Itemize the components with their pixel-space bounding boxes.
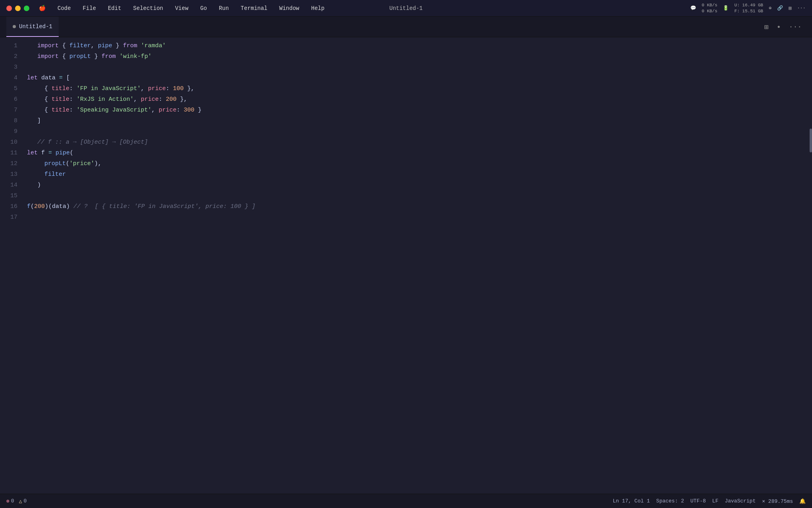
encoding[interactable]: UTF-8	[690, 498, 706, 504]
menu-file[interactable]: File	[80, 4, 99, 12]
editor: 1234567891011121314151617 import { filte…	[0, 37, 812, 494]
indentation[interactable]: Spaces: 2	[656, 498, 684, 504]
menu-terminal[interactable]: Terminal	[238, 4, 270, 12]
network-status: 0 KB/s 0 KB/s	[702, 2, 718, 14]
error-icon: ⊗	[6, 498, 10, 504]
controls-icon: ▤	[789, 5, 791, 11]
menu-edit[interactable]: Edit	[105, 4, 124, 12]
tab-dot	[13, 25, 16, 28]
more-actions-button[interactable]: ···	[787, 21, 804, 33]
bell-icon[interactable]: 🔔	[799, 498, 806, 504]
line-number: 3	[0, 62, 17, 73]
line-number: 9	[0, 126, 17, 137]
line-number: 17	[0, 212, 17, 223]
code-line: propLt('price'),	[27, 158, 812, 169]
tab-actions: ⊞ ● ···	[762, 21, 812, 33]
cursor-position[interactable]: Ln 17, Col 1	[613, 498, 650, 504]
line-number: 7	[0, 105, 17, 115]
minimize-button[interactable]	[15, 6, 21, 11]
code-line: // f :: a → [Object] → [Object]	[27, 137, 812, 148]
scrollbar-thumb[interactable]	[810, 129, 812, 152]
code-content: import { filter, pipe } from 'ramda'	[37, 40, 166, 51]
code-line	[27, 126, 812, 137]
code-line: { title: 'Speaking JavaScript', price: 3…	[27, 105, 812, 115]
menubar-right: 💬 0 KB/s 0 KB/s 🔋 U: 16.49 GB F: 15.51 G…	[690, 2, 806, 14]
statusbar-right: Ln 17, Col 1 Spaces: 2 UTF-8 LF JavaScri…	[613, 498, 806, 504]
code-content: { title: 'FP in JavaScript', price: 100 …	[37, 83, 194, 94]
menu-code[interactable]: Code	[55, 4, 73, 12]
code-line: )	[27, 180, 812, 190]
menu-apple[interactable]: 🍎	[36, 4, 48, 12]
language-mode[interactable]: JavaScript	[725, 498, 756, 504]
line-number: 10	[0, 137, 17, 148]
code-line	[27, 212, 812, 223]
line-number: 8	[0, 115, 17, 126]
code-line	[27, 62, 812, 73]
window-title: Untitled-1	[389, 5, 423, 12]
menu-view[interactable]: View	[172, 4, 191, 12]
code-line: filter	[27, 169, 812, 180]
menu-run[interactable]: Run	[216, 4, 231, 12]
code-content: { title: 'Speaking JavaScript', price: 3…	[37, 105, 201, 115]
line-number: 5	[0, 83, 17, 94]
menu-selection[interactable]: Selection	[131, 4, 166, 12]
line-number: 4	[0, 73, 17, 83]
eol[interactable]: LF	[712, 498, 718, 504]
tabbar: Untitled-1 ⊞ ● ···	[0, 17, 812, 37]
wechat-icon: 💬	[690, 5, 696, 11]
more-icon: ···	[797, 6, 806, 11]
timing: ⨯ 289.75ms	[762, 498, 793, 504]
statusbar-left: ⊗ 0 △ 0	[6, 498, 27, 504]
code-content: let data = [	[27, 73, 70, 83]
code-content: )	[37, 180, 41, 190]
line-number: 14	[0, 180, 17, 190]
traffic-lights	[6, 6, 29, 11]
breadcrumb-dot: ●	[775, 23, 782, 31]
code-content: // f :: a → [Object] → [Object]	[37, 137, 148, 148]
maximize-button[interactable]	[24, 6, 29, 11]
close-button[interactable]	[6, 6, 12, 11]
code-content: { title: 'RxJS in Action', price: 200 },	[37, 94, 187, 105]
share-icon: ⊕	[769, 5, 772, 11]
scrollbar-track[interactable]	[810, 37, 812, 494]
code-content: ]	[37, 115, 41, 126]
code-content: import { propLt } from 'wink-fp'	[37, 51, 151, 62]
code-area[interactable]: import { filter, pipe } from 'ramda'impo…	[24, 37, 812, 494]
code-content: let f = pipe(	[27, 148, 73, 158]
code-line: let data = [	[27, 73, 812, 83]
code-line: import { filter, pipe } from 'ramda'	[27, 40, 812, 51]
line-number: 11	[0, 148, 17, 158]
warning-icon: △	[19, 498, 22, 504]
line-number: 2	[0, 51, 17, 62]
menubar: 🍎 Code File Edit Selection View Go Run T…	[0, 0, 812, 17]
menu-go[interactable]: Go	[198, 4, 209, 12]
code-line: f(200)(data) // ? [ { title: 'FP in Java…	[27, 201, 812, 212]
code-content: f(200)(data) // ? [ { title: 'FP in Java…	[27, 201, 255, 212]
warning-number: 0	[23, 498, 27, 504]
code-line: let f = pipe(	[27, 148, 812, 158]
line-number: 15	[0, 190, 17, 201]
line-numbers: 1234567891011121314151617	[0, 37, 24, 494]
code-line: ]	[27, 115, 812, 126]
menu-help[interactable]: Help	[309, 4, 327, 12]
statusbar: ⊗ 0 △ 0 Ln 17, Col 1 Spaces: 2 UTF-8 LF …	[0, 494, 812, 508]
line-number: 16	[0, 201, 17, 212]
error-count[interactable]: ⊗ 0 △ 0	[6, 498, 27, 504]
tab-untitled[interactable]: Untitled-1	[6, 17, 59, 37]
split-editor-button[interactable]: ⊞	[762, 21, 771, 33]
menu-window[interactable]: Window	[277, 4, 301, 12]
line-number: 6	[0, 94, 17, 105]
code-content: filter	[37, 169, 66, 180]
link-icon: 🔗	[777, 5, 783, 11]
code-line	[27, 190, 812, 201]
code-line: { title: 'FP in JavaScript', price: 100 …	[27, 83, 812, 94]
line-number: 12	[0, 158, 17, 169]
code-line: { title: 'RxJS in Action', price: 200 },	[27, 94, 812, 105]
tab-label: Untitled-1	[19, 23, 52, 30]
code-line: import { propLt } from 'wink-fp'	[27, 51, 812, 62]
line-number: 1	[0, 40, 17, 51]
line-number: 13	[0, 169, 17, 180]
code-content: propLt('price'),	[37, 158, 102, 169]
battery-icon: 🔋	[723, 5, 729, 11]
error-number: 0	[11, 498, 14, 504]
